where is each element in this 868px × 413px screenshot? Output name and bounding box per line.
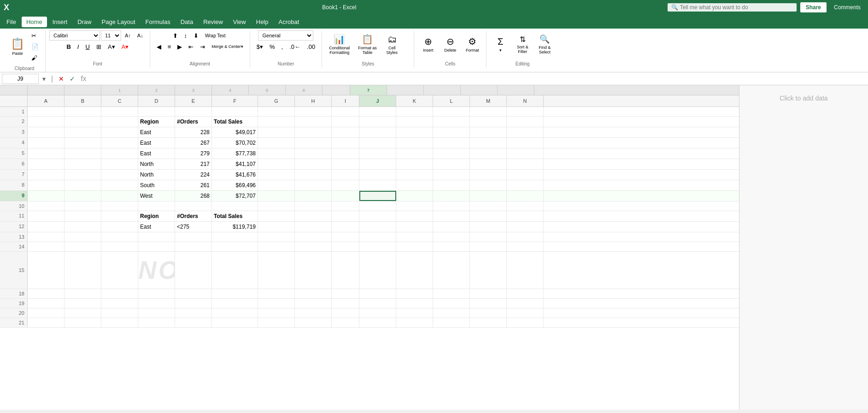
cell-1K[interactable] [396, 107, 433, 116]
cell-1M[interactable] [470, 107, 507, 116]
cell-5I[interactable] [332, 148, 359, 159]
cell-12K[interactable] [396, 222, 433, 232]
cell-6C[interactable] [101, 159, 138, 169]
cell-10N[interactable] [507, 201, 544, 211]
cell-9D[interactable]: West [138, 191, 175, 201]
cell-14M[interactable] [470, 242, 507, 251]
cell-styles-button[interactable]: 🗂 CellStyles [382, 30, 402, 58]
cell-7M[interactable] [470, 170, 507, 180]
cell-4F[interactable]: $70,702 [212, 138, 258, 148]
borders-button[interactable]: ⊞ [94, 41, 104, 52]
cell-15A[interactable] [28, 252, 65, 289]
cell-2C[interactable] [101, 117, 138, 127]
cell-11I[interactable] [332, 211, 359, 221]
cut-button[interactable]: ✂ [29, 30, 41, 41]
col-header-A[interactable]: A [28, 95, 65, 106]
cell-8G[interactable] [258, 180, 295, 190]
increase-indent-button[interactable]: ⇥ [197, 41, 208, 52]
cell-14A[interactable] [28, 242, 65, 251]
cell-14L[interactable] [433, 242, 470, 251]
cell-7J[interactable] [359, 170, 396, 180]
menu-review[interactable]: Review [199, 17, 228, 27]
menu-acrobat[interactable]: Acrobat [274, 17, 304, 27]
align-right-button[interactable]: ▶ [175, 41, 185, 52]
cell-5M[interactable] [470, 148, 507, 159]
decrease-decimal-button[interactable]: .0← [287, 41, 303, 52]
cell-6M[interactable] [470, 159, 507, 169]
cell-4A[interactable] [28, 138, 65, 148]
cell-10E[interactable] [175, 201, 212, 211]
cell-8C[interactable] [101, 180, 138, 190]
cell-3B[interactable] [65, 127, 101, 137]
menu-file[interactable]: File [2, 17, 21, 27]
cell-13M[interactable] [470, 232, 507, 242]
cell-4I[interactable] [332, 138, 359, 148]
decrease-indent-button[interactable]: ⇤ [186, 41, 196, 52]
col-header-K[interactable]: K [396, 95, 433, 106]
cell-7F[interactable]: $41,676 [212, 170, 258, 180]
cell-13C[interactable] [101, 232, 138, 242]
cell-18L[interactable] [433, 289, 470, 298]
cell-11N[interactable] [507, 211, 544, 221]
cell-6D[interactable]: North [138, 159, 175, 169]
cell-5N[interactable] [507, 148, 544, 159]
font-size-select[interactable]: 11 [101, 30, 121, 41]
cell-18B[interactable] [65, 289, 101, 298]
conditional-formatting-button[interactable]: 📊 ConditionalFormatting [326, 30, 353, 58]
cell-15N[interactable] [507, 252, 544, 289]
cell-14E[interactable] [175, 242, 212, 251]
cell-3F[interactable]: $49,017 [212, 127, 258, 137]
cell-9I[interactable] [332, 191, 359, 201]
cell-11F[interactable]: Total Sales [212, 211, 258, 221]
cell-1N[interactable] [507, 107, 544, 116]
cell-13D[interactable] [138, 232, 175, 242]
col-header-B[interactable]: B [65, 95, 101, 106]
cell-18F[interactable] [212, 289, 258, 298]
cell-2N[interactable] [507, 117, 544, 127]
copy-button[interactable]: 📄 [29, 41, 41, 52]
cell-3D[interactable]: East [138, 127, 175, 137]
menu-help[interactable]: Help [252, 17, 273, 27]
cell-5E[interactable]: 279 [175, 148, 212, 159]
cell-3C[interactable] [101, 127, 138, 137]
cell-1H[interactable] [295, 107, 332, 116]
cell-11M[interactable] [470, 211, 507, 221]
col-header-I[interactable]: I [332, 95, 359, 106]
cell-3J[interactable] [359, 127, 396, 137]
cell-6J[interactable] [359, 159, 396, 169]
bold-button[interactable]: B [64, 41, 73, 52]
cell-4L[interactable] [433, 138, 470, 148]
cell-12C[interactable] [101, 222, 138, 232]
cell-6I[interactable] [332, 159, 359, 169]
cell-11C[interactable] [101, 211, 138, 221]
cell-10G[interactable] [258, 201, 295, 211]
sort-filter-button[interactable]: ⇅ Sort &Filter [512, 30, 533, 58]
cell-5J[interactable] [359, 148, 396, 159]
cell-14C[interactable] [101, 242, 138, 251]
format-as-table-button[interactable]: 📋 Format asTable [355, 30, 380, 58]
cell-15E[interactable] [175, 252, 212, 289]
menu-view[interactable]: View [229, 17, 251, 27]
cell-12M[interactable] [470, 222, 507, 232]
cell-10M[interactable] [470, 201, 507, 211]
cell-14K[interactable] [396, 242, 433, 251]
cell-9J[interactable] [359, 191, 396, 201]
cell-4H[interactable] [295, 138, 332, 148]
cell-12G[interactable] [258, 222, 295, 232]
cell-11E[interactable]: #Orders [175, 211, 212, 221]
cell-12J[interactable] [359, 222, 396, 232]
cell-12H[interactable] [295, 222, 332, 232]
cell-15F[interactable] [212, 252, 258, 289]
menu-formulas[interactable]: Formulas [141, 17, 175, 27]
font-color-button[interactable]: A▾ [119, 41, 132, 52]
comma-button[interactable]: , [279, 41, 286, 52]
cell-1L[interactable] [433, 107, 470, 116]
cell-7D[interactable]: North [138, 170, 175, 180]
col-header-C[interactable]: C [101, 95, 138, 106]
sheet-scroll-area[interactable]: 1 2 3 4 5 6 7 A B C D E F G H [0, 85, 739, 410]
cell-7G[interactable] [258, 170, 295, 180]
cell-12L[interactable] [433, 222, 470, 232]
increase-font-button[interactable]: A↑ [122, 30, 134, 41]
menu-insert[interactable]: Insert [48, 17, 72, 27]
cell-2I[interactable] [332, 117, 359, 127]
